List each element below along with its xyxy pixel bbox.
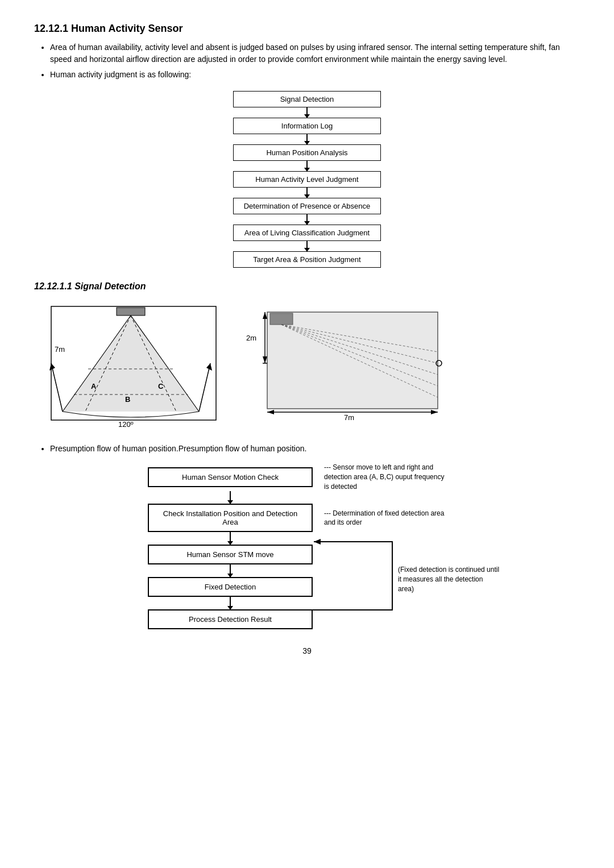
label-B: B (125, 395, 130, 404)
det-box-2: Human Sensor STM move (148, 545, 313, 564)
det-note-0: --- Sensor move to left and right and de… (324, 463, 449, 491)
label-A: A (91, 382, 97, 391)
bullet-presumption: Presumption flow of human position.Presu… (50, 443, 580, 455)
bullet-1: Area of human availability, activity lev… (50, 41, 580, 65)
label-C: C (158, 382, 164, 391)
svg-rect-1 (117, 308, 145, 315)
flow-box-2: Human Position Analysis (233, 144, 381, 161)
flow-arrow-3 (306, 188, 308, 198)
flow-box-5: Area of Living Classification Judgment (233, 225, 381, 241)
label-120: 120º (118, 420, 134, 429)
diagrams-row: 7m A B C 120º (34, 301, 580, 431)
det-arrow-4 (230, 597, 231, 609)
svg-marker-22 (263, 312, 267, 319)
cone-diagram: 7m A B C 120º (34, 301, 227, 431)
label-7m-right: 7m (344, 413, 354, 420)
flow-arrow-4 (306, 214, 308, 225)
det-row-2: Human Sensor STM move (148, 545, 466, 564)
det-box-0: Human Sensor Motion Check (148, 467, 313, 487)
flow-box-0: Signal Detection (233, 91, 381, 107)
detection-flowchart-wrap: Human Sensor Motion Check --- Sensor mov… (34, 463, 580, 629)
svg-line-11 (199, 363, 210, 412)
det-row-1: Check Installation Position and Detectio… (148, 504, 466, 532)
det-box-3: Fixed Detection (148, 577, 313, 597)
bullet-2: Human activity judgment is as following: (50, 69, 580, 81)
side-svg: 2m 7m (244, 306, 449, 420)
flow-box-6: Target Area & Position Judgment (233, 251, 381, 268)
detection-flowchart-container: Human Sensor Motion Check --- Sensor mov… (148, 463, 466, 629)
flow-box-3: Human Activity Level Judgment (233, 171, 381, 188)
svg-marker-23 (263, 356, 267, 363)
intro-bullets: Area of human availability, activity lev… (34, 41, 580, 81)
svg-marker-25 (267, 410, 274, 414)
cone-svg: 7m A B C 120º (34, 301, 227, 431)
det-arrow-2 (230, 532, 231, 545)
svg-line-9 (51, 363, 63, 412)
det-arrow-3 (230, 564, 231, 577)
det-box-1: Check Installation Position and Detectio… (148, 504, 313, 532)
det-row-0: Human Sensor Motion Check --- Sensor mov… (148, 463, 466, 491)
flow-arrow-1 (306, 134, 308, 144)
flow-arrow-0 (306, 107, 308, 118)
svg-rect-13 (267, 312, 438, 409)
det-note-1: --- Determination of fixed detection are… (324, 509, 449, 528)
flow-box-1: Information Log (233, 118, 381, 134)
det-row-3: Fixed Detection (148, 577, 466, 597)
svg-marker-28 (314, 539, 321, 545)
page-number: 39 (34, 646, 580, 655)
label-2m-right: 2m (246, 334, 256, 342)
label-7m: 7m (55, 345, 65, 354)
side-diagram: 2m 7m (244, 306, 438, 420)
det-arrow-1 (230, 491, 231, 504)
det-box-4: Process Detection Result (148, 609, 313, 629)
det-row-4: Process Detection Result (148, 609, 466, 629)
section-title: 12.12.1 Human Activity Sensor (34, 23, 580, 35)
flow-box-4: Determination of Presence or Absence (233, 198, 381, 214)
flow-arrow-2 (306, 161, 308, 171)
flowchart-1: Signal Detection Information Log Human P… (34, 91, 580, 268)
bullets-2: Presumption flow of human position.Presu… (34, 443, 580, 455)
subsection-title: 12.12.1.1 Signal Detection (34, 281, 580, 292)
svg-rect-14 (270, 313, 293, 325)
svg-marker-2 (63, 315, 199, 412)
svg-marker-26 (431, 410, 438, 414)
flow-arrow-5 (306, 241, 308, 251)
flowchart-1-inner: Signal Detection Information Log Human P… (233, 91, 381, 268)
